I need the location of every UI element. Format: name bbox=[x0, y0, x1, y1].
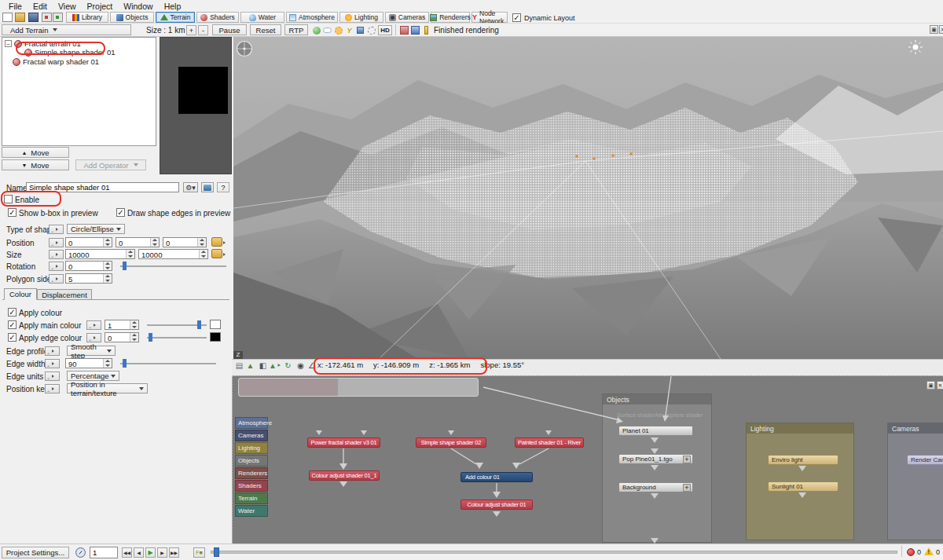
size-x-spinner[interactable]: 10000 bbox=[65, 249, 135, 259]
tree-item-simple-shape-shader[interactable]: Simple shape shader 01 bbox=[24, 48, 115, 57]
slope-readout-icon[interactable]: ∠ bbox=[306, 361, 317, 370]
apply-edge-colour-checkbox[interactable] bbox=[8, 333, 17, 342]
view-options-icon[interactable]: ▤ bbox=[234, 361, 244, 370]
position-x-spinner[interactable]: 0 bbox=[65, 237, 112, 247]
menu-view[interactable]: View bbox=[53, 2, 82, 11]
position-z-spinner[interactable]: 0 bbox=[163, 237, 207, 247]
water-toggle-icon[interactable] bbox=[355, 25, 365, 35]
move-up-button[interactable]: ▲Move bbox=[2, 147, 69, 158]
rotation-spinner[interactable]: 0 bbox=[65, 261, 112, 271]
type-of-shape-dropdown[interactable]: Circle/Ellipse bbox=[67, 224, 125, 234]
name-input[interactable] bbox=[26, 182, 179, 192]
menu-file[interactable]: File bbox=[3, 2, 28, 11]
warning-indicator-icon[interactable] bbox=[924, 547, 934, 555]
goto-terrain-icon[interactable]: ▲‣ bbox=[269, 361, 279, 370]
undo-icon[interactable] bbox=[42, 13, 52, 22]
animate-button[interactable] bbox=[49, 262, 64, 271]
menu-edit[interactable]: Edit bbox=[28, 2, 53, 11]
measure-tool-icon[interactable] bbox=[410, 25, 420, 35]
position-y-spinner[interactable]: 0 bbox=[116, 237, 160, 247]
refresh-icon[interactable]: ↻ bbox=[283, 361, 293, 370]
tree-item-fractal-terrain[interactable]: – Fractal terrain 01 bbox=[5, 39, 81, 48]
preview-toggle-button[interactable] bbox=[201, 182, 214, 192]
animate-button[interactable] bbox=[49, 274, 64, 284]
animate-button[interactable] bbox=[45, 359, 60, 368]
edge-colour-swatch[interactable] bbox=[210, 332, 221, 342]
go-to-end-button[interactable]: ▶▶ bbox=[169, 547, 179, 558]
tab-lighting[interactable]: Lighting bbox=[339, 12, 383, 23]
network-close-button[interactable]: ✕ bbox=[937, 381, 943, 390]
edge-colour-slider[interactable] bbox=[147, 332, 207, 342]
dynamic-layout-checkbox[interactable] bbox=[512, 13, 521, 22]
network-restore-button[interactable]: ▣ bbox=[926, 381, 935, 390]
apply-colour-checkbox[interactable] bbox=[8, 308, 17, 317]
edge-colour-spinner[interactable]: 0 bbox=[105, 332, 139, 342]
size-y-spinner[interactable]: 10000 bbox=[138, 249, 208, 259]
size-minus-button[interactable]: - bbox=[198, 25, 208, 35]
step-forward-button[interactable]: ▶ bbox=[157, 547, 167, 558]
help-button[interactable]: ? bbox=[217, 182, 229, 192]
node-painted-shader-river[interactable]: Painted shader 01 - River bbox=[515, 437, 584, 448]
project-settings-button[interactable]: Project Settings... bbox=[2, 547, 69, 558]
copy-paste-icon[interactable] bbox=[211, 237, 222, 247]
node-power-fractal-shader[interactable]: Power fractal shader v3 01 bbox=[307, 437, 380, 448]
node-colour-adjust-01[interactable]: Colour adjust shader 01 bbox=[460, 500, 533, 510]
show-bbox-checkbox[interactable] bbox=[8, 208, 17, 217]
move-down-button[interactable]: ▼Move bbox=[2, 159, 69, 170]
hd-toggle-button[interactable]: HD bbox=[378, 25, 392, 35]
save-file-icon[interactable] bbox=[28, 13, 39, 22]
eye-icon[interactable]: ◉ bbox=[295, 361, 306, 370]
animate-button[interactable] bbox=[49, 250, 64, 259]
copy-paste-icon[interactable] bbox=[211, 249, 222, 258]
animate-button[interactable] bbox=[45, 346, 60, 356]
camera-view-icon[interactable]: ◧ bbox=[258, 361, 268, 370]
menu-window[interactable]: Window bbox=[118, 2, 158, 11]
add-operator-button[interactable]: Add Operator bbox=[75, 159, 146, 170]
edge-width-slider[interactable] bbox=[120, 358, 216, 368]
reset-button[interactable]: Reset bbox=[250, 24, 281, 35]
gear-menu-button[interactable]: ⚙▾ bbox=[183, 182, 198, 192]
edge-profile-dropdown[interactable]: Smooth step bbox=[67, 346, 116, 356]
redo-icon[interactable] bbox=[53, 13, 63, 22]
wireframe-toggle-icon[interactable] bbox=[366, 25, 376, 35]
rtp-button[interactable]: RTP bbox=[284, 24, 308, 35]
terrain-render-viewport[interactable] bbox=[233, 37, 943, 359]
lighting-toggle-icon[interactable] bbox=[344, 25, 354, 35]
animate-button[interactable] bbox=[45, 384, 60, 393]
enable-checkbox[interactable] bbox=[4, 195, 13, 203]
animate-button[interactable] bbox=[45, 372, 60, 381]
draw-edges-checkbox[interactable] bbox=[116, 208, 125, 217]
error-indicator-icon[interactable] bbox=[907, 548, 915, 556]
open-file-icon[interactable] bbox=[15, 13, 25, 22]
size-plus-button[interactable]: + bbox=[186, 25, 196, 35]
pane-close-button[interactable]: ✕ bbox=[939, 25, 943, 34]
polygon-sides-spinner[interactable]: 5 bbox=[65, 273, 112, 284]
tab-objects[interactable]: Objects bbox=[110, 12, 154, 23]
tab-node-network[interactable]: Node Network bbox=[472, 12, 508, 23]
tab-displacement[interactable]: Displacement bbox=[37, 289, 92, 300]
frame-lock-icon[interactable]: F■ bbox=[193, 547, 205, 558]
tab-atmosphere[interactable]: Atmosphere bbox=[286, 12, 338, 23]
tab-water[interactable]: Water bbox=[240, 12, 284, 23]
main-colour-spinner[interactable]: 1 bbox=[105, 320, 139, 330]
node-simple-shape-shader-02[interactable]: Simple shape shader 02 bbox=[416, 437, 486, 448]
pane-restore-button[interactable]: ▣ bbox=[930, 25, 938, 34]
timeline-track[interactable] bbox=[211, 551, 897, 554]
tab-cameras[interactable]: Cameras bbox=[385, 12, 429, 23]
go-to-start-button[interactable]: ◀◀ bbox=[122, 547, 132, 558]
clock-icon[interactable] bbox=[75, 547, 86, 558]
animate-button[interactable] bbox=[49, 238, 64, 247]
node-network-panel[interactable]: Objects Surface shader Atmosphere shader… bbox=[232, 375, 943, 544]
position-key-dropdown[interactable]: Position in terrain/texture bbox=[67, 383, 148, 393]
node-colour-adjust-01-1[interactable]: Colour adjust shader 01_1 bbox=[309, 470, 380, 481]
tab-terrain[interactable]: Terrain bbox=[156, 12, 195, 23]
tree-item-fractal-warp-shader[interactable]: Fractal warp shader 01 bbox=[13, 57, 99, 66]
rotation-slider[interactable] bbox=[120, 261, 226, 271]
node-add-colour-01[interactable]: Add colour 01 bbox=[460, 472, 533, 482]
clouds-toggle-icon[interactable] bbox=[322, 25, 332, 35]
apply-main-colour-checkbox[interactable] bbox=[8, 320, 17, 329]
planet-toggle-icon[interactable] bbox=[311, 25, 321, 35]
terrain-view-icon[interactable]: ▲ bbox=[245, 361, 255, 370]
tab-renderers[interactable]: Renderers bbox=[431, 12, 470, 23]
tree-collapse-icon[interactable]: – bbox=[5, 40, 12, 47]
